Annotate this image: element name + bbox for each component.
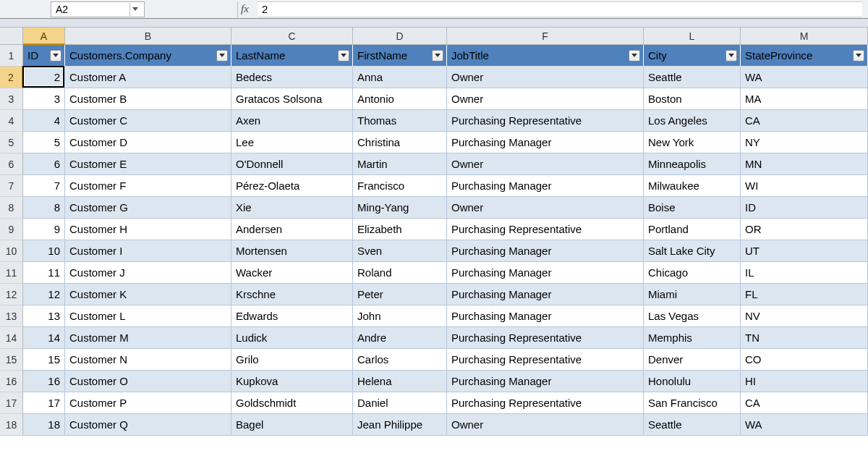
data-cell[interactable]: Purchasing Representative xyxy=(447,110,644,132)
data-cell[interactable]: 5 xyxy=(23,132,65,153)
data-cell[interactable]: Roland xyxy=(353,262,447,284)
data-cell[interactable]: Goldschmidt xyxy=(231,392,353,414)
data-cell[interactable]: 18 xyxy=(23,414,65,436)
data-cell[interactable]: NY xyxy=(741,132,868,153)
data-cell[interactable]: Seattle xyxy=(644,414,741,436)
data-cell[interactable]: 2 xyxy=(23,67,65,88)
column-header-M[interactable]: M xyxy=(741,28,868,45)
name-box-dropdown-icon[interactable] xyxy=(129,3,140,16)
table-header-cell[interactable]: City xyxy=(644,45,741,67)
row-header-3[interactable]: 3 xyxy=(0,88,23,110)
data-cell[interactable]: Miami xyxy=(644,284,741,305)
row-header-15[interactable]: 15 xyxy=(0,349,23,371)
data-cell[interactable]: Customer M xyxy=(65,327,231,349)
data-cell[interactable]: Customer J xyxy=(65,262,231,284)
row-header-7[interactable]: 7 xyxy=(0,175,23,197)
data-cell[interactable]: UT xyxy=(741,240,868,262)
data-cell[interactable]: Antonio xyxy=(353,88,447,110)
column-header-D[interactable]: D xyxy=(353,28,447,45)
data-cell[interactable]: Pérez-Olaeta xyxy=(231,175,353,197)
data-cell[interactable]: Customer C xyxy=(65,110,231,132)
data-cell[interactable]: Owner xyxy=(447,67,644,88)
filter-dropdown-icon[interactable] xyxy=(853,50,864,62)
data-cell[interactable]: 10 xyxy=(23,240,65,262)
data-cell[interactable]: 15 xyxy=(23,349,65,371)
data-cell[interactable]: Edwards xyxy=(231,305,353,327)
data-cell[interactable]: ID xyxy=(741,197,868,219)
data-cell[interactable]: Francisco xyxy=(353,175,447,197)
row-header-8[interactable]: 8 xyxy=(0,197,23,219)
data-cell[interactable]: Mortensen xyxy=(231,240,353,262)
data-cell[interactable]: 7 xyxy=(23,175,65,197)
data-cell[interactable]: Carlos xyxy=(353,349,447,371)
row-header-5[interactable]: 5 xyxy=(0,132,23,153)
table-header-cell[interactable]: JobTitle xyxy=(447,45,644,67)
filter-dropdown-icon[interactable] xyxy=(338,50,349,62)
data-cell[interactable]: Daniel xyxy=(353,392,447,414)
filter-dropdown-icon[interactable] xyxy=(726,50,737,62)
data-cell[interactable]: Customer F xyxy=(65,175,231,197)
data-cell[interactable]: Purchasing Representative xyxy=(447,349,644,371)
data-cell[interactable]: Customer N xyxy=(65,349,231,371)
data-cell[interactable]: 11 xyxy=(23,262,65,284)
data-cell[interactable]: CO xyxy=(741,349,868,371)
data-cell[interactable]: IL xyxy=(741,262,868,284)
data-cell[interactable]: Honolulu xyxy=(644,371,741,392)
row-header-14[interactable]: 14 xyxy=(0,327,23,349)
data-cell[interactable]: Salt Lake City xyxy=(644,240,741,262)
row-header-18[interactable]: 18 xyxy=(0,414,23,436)
data-cell[interactable]: Peter xyxy=(353,284,447,305)
data-cell[interactable]: Customer Q xyxy=(65,414,231,436)
data-cell[interactable]: Purchasing Manager xyxy=(447,240,644,262)
data-cell[interactable]: Sven xyxy=(353,240,447,262)
data-cell[interactable]: Elizabeth xyxy=(353,219,447,240)
data-cell[interactable]: Customer P xyxy=(65,392,231,414)
data-cell[interactable]: NV xyxy=(741,305,868,327)
data-cell[interactable]: 4 xyxy=(23,110,65,132)
data-cell[interactable]: Kupkova xyxy=(231,371,353,392)
data-cell[interactable]: Owner xyxy=(447,88,644,110)
data-cell[interactable]: Purchasing Manager xyxy=(447,175,644,197)
data-cell[interactable]: John xyxy=(353,305,447,327)
data-cell[interactable]: 9 xyxy=(23,219,65,240)
data-cell[interactable]: MN xyxy=(741,153,868,175)
data-cell[interactable]: 6 xyxy=(23,153,65,175)
table-header-cell[interactable]: LastName xyxy=(231,45,353,67)
row-header-4[interactable]: 4 xyxy=(0,110,23,132)
data-cell[interactable]: Martin xyxy=(353,153,447,175)
data-cell[interactable]: Portland xyxy=(644,219,741,240)
data-cell[interactable]: Customer G xyxy=(65,197,231,219)
data-cell[interactable]: CA xyxy=(741,392,868,414)
row-header-9[interactable]: 9 xyxy=(0,219,23,240)
data-cell[interactable]: Axen xyxy=(231,110,353,132)
data-cell[interactable]: Milwaukee xyxy=(644,175,741,197)
data-cell[interactable]: Krschne xyxy=(231,284,353,305)
data-cell[interactable]: San Francisco xyxy=(644,392,741,414)
formula-input[interactable] xyxy=(258,1,862,17)
table-header-cell[interactable]: StateProvince xyxy=(741,45,868,67)
data-cell[interactable]: Customer H xyxy=(65,219,231,240)
row-header-16[interactable]: 16 xyxy=(0,371,23,392)
data-cell[interactable]: Boston xyxy=(644,88,741,110)
data-cell[interactable]: 3 xyxy=(23,88,65,110)
data-cell[interactable]: 17 xyxy=(23,392,65,414)
data-cell[interactable]: Ming-Yang xyxy=(353,197,447,219)
row-header-1[interactable]: 1 xyxy=(0,45,23,67)
data-cell[interactable]: MA xyxy=(741,88,868,110)
data-cell[interactable]: 16 xyxy=(23,371,65,392)
data-cell[interactable]: Memphis xyxy=(644,327,741,349)
data-cell[interactable]: Purchasing Manager xyxy=(447,371,644,392)
data-cell[interactable]: WI xyxy=(741,175,868,197)
data-cell[interactable]: Purchasing Representative xyxy=(447,327,644,349)
filter-dropdown-icon[interactable] xyxy=(432,50,443,62)
column-header-C[interactable]: C xyxy=(231,28,353,45)
data-cell[interactable]: Lee xyxy=(231,132,353,153)
column-header-L[interactable]: L xyxy=(644,28,741,45)
data-cell[interactable]: Purchasing Representative xyxy=(447,219,644,240)
data-cell[interactable]: Purchasing Manager xyxy=(447,132,644,153)
select-all-corner[interactable] xyxy=(0,28,23,45)
data-cell[interactable]: Xie xyxy=(231,197,353,219)
column-header-B[interactable]: B xyxy=(65,28,231,45)
fx-icon[interactable]: fx xyxy=(237,1,255,17)
spreadsheet-grid[interactable]: ABCDFLM1IDCustomers.CompanyLastNameFirst… xyxy=(0,28,868,436)
